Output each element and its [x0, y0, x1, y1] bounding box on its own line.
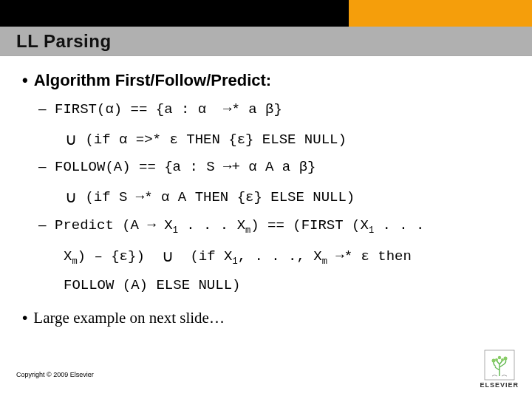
predict-text-1a: Predict (A → X — [55, 217, 173, 233]
slide-title: LL Parsing — [16, 31, 112, 52]
follow-line-1: – FOLLOW(A) == {a : S →+ α A a β} — [38, 157, 510, 177]
predict-text-2a: X — [64, 248, 72, 265]
svg-point-5 — [498, 356, 501, 359]
bullet-icon: • — [22, 71, 28, 89]
publisher-name: ELSEVIER — [480, 381, 519, 389]
copyright-text: Copyright © 2009 Elsevier — [16, 371, 94, 378]
dash-icon: – — [38, 158, 47, 174]
predict-text-1b: . . . X — [178, 217, 245, 233]
top-bar-accent — [349, 0, 532, 27]
elsevier-tree-icon — [484, 349, 515, 381]
predict-text-1c: ) == (FIRST (X — [250, 217, 369, 233]
main-heading: •Algorithm First/Follow/Predict: — [22, 71, 510, 90]
first-line-1: – FIRST(α) == {a : α →* a β} — [38, 99, 510, 120]
svg-point-4 — [501, 358, 504, 361]
predict-text-2c: (if X — [174, 248, 233, 265]
slide-content: •Algorithm First/Follow/Predict: – FIRST… — [0, 56, 532, 327]
dash-icon: – — [38, 100, 47, 116]
union-icon: ∪ — [65, 129, 77, 151]
predict-definition: – Predict (A → X1 . . . Xm) == (FIRST (X… — [22, 215, 510, 296]
svg-point-1 — [491, 359, 495, 363]
heading-text: Algorithm First/Follow/Predict: — [34, 71, 271, 89]
sub-1: 1 — [173, 225, 178, 236]
first-text-2: (if α =>* ε THEN {ε} ELSE NULL) — [85, 132, 346, 148]
predict-text-1d: . . . — [374, 217, 424, 233]
footer-bullet-text: Large example on next slide… — [33, 309, 225, 327]
predict-text-2e: →* ε then — [327, 248, 412, 265]
bullet-icon: • — [22, 309, 27, 326]
first-definition: – FIRST(α) == {a : α →* a β} ∪ (if α =>*… — [22, 99, 510, 149]
predict-line-3: FOLLOW (A) ELSE NULL) — [64, 276, 510, 296]
follow-text-2: (if S →* α A THEN {ε} ELSE NULL) — [85, 189, 355, 205]
dash-icon: – — [38, 216, 47, 232]
predict-line-2: Xm) – {ε}) ∪ (if X1, . . ., Xm →* ε then — [64, 244, 510, 268]
sub-m: m — [72, 256, 77, 267]
predict-line-1: – Predict (A → X1 . . . Xm) == (FIRST (X… — [38, 215, 510, 237]
first-text-1: FIRST(α) == {a : α →* a β} — [55, 101, 282, 117]
follow-definition: – FOLLOW(A) == {a : S →+ α A a β} ∪ (if … — [22, 157, 510, 207]
follow-line-2: ∪ (if S →* α A THEN {ε} ELSE NULL) — [65, 185, 510, 208]
predict-text-2d: , . . ., X — [238, 248, 322, 265]
title-row: LL Parsing — [0, 27, 532, 56]
predict-text-2b: ) – {ε}) — [78, 248, 162, 265]
sub-1: 1 — [369, 225, 374, 236]
footer-bullet: •Large example on next slide… — [22, 309, 510, 327]
svg-point-2 — [503, 357, 507, 361]
union-icon: ∪ — [65, 186, 77, 209]
sub-m: m — [322, 256, 327, 267]
sub-1: 1 — [232, 256, 237, 267]
predict-text-3: FOLLOW (A) ELSE NULL) — [64, 277, 240, 293]
follow-text-1: FOLLOW(A) == {a : S →+ α A a β} — [55, 159, 316, 175]
top-bar — [0, 0, 532, 27]
first-line-2: ∪ (if α =>* ε THEN {ε} ELSE NULL) — [65, 127, 510, 150]
svg-point-3 — [495, 358, 498, 361]
union-icon: ∪ — [162, 245, 174, 268]
publisher-logo: ELSEVIER — [480, 349, 519, 389]
